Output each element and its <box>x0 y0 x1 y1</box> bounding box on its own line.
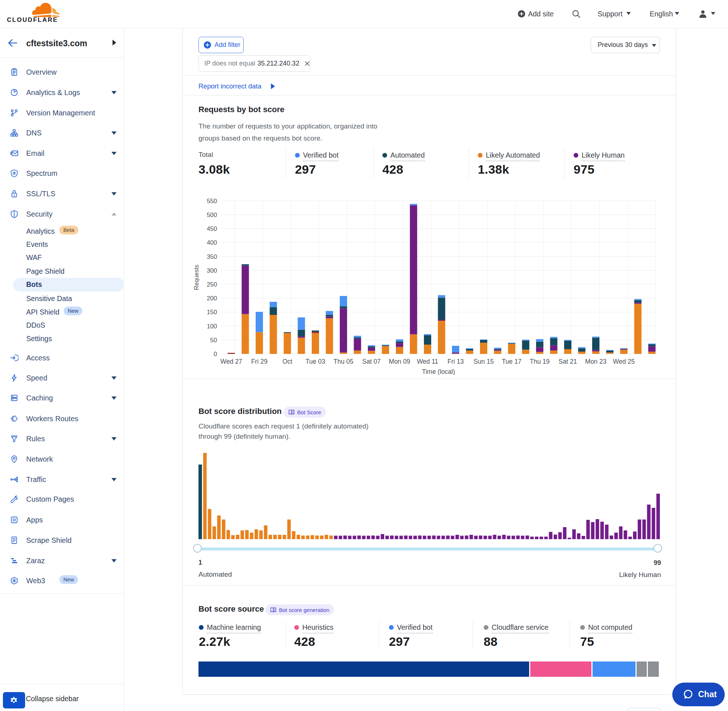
svg-text:500: 500 <box>207 211 217 218</box>
svg-text:Oct: Oct <box>282 358 292 365</box>
svg-text:Fri 29: Fri 29 <box>251 358 268 365</box>
svg-text:100: 100 <box>207 323 217 330</box>
svg-text:0: 0 <box>214 351 217 357</box>
svg-text:Sat 21: Sat 21 <box>559 358 577 365</box>
svg-text:Fri 13: Fri 13 <box>447 358 464 365</box>
svg-text:Thu 05: Thu 05 <box>334 358 353 365</box>
svg-text:Mon 23: Mon 23 <box>585 358 606 365</box>
svg-text:250: 250 <box>207 281 217 288</box>
svg-text:350: 350 <box>207 254 217 260</box>
svg-text:Time (local): Time (local) <box>422 368 455 375</box>
svg-text:50: 50 <box>210 337 217 344</box>
svg-text:Tue 17: Tue 17 <box>502 358 521 365</box>
svg-text:200: 200 <box>207 295 217 302</box>
svg-text:Sat 07: Sat 07 <box>362 358 381 365</box>
svg-text:150: 150 <box>207 309 217 316</box>
svg-text:Wed 25: Wed 25 <box>613 358 635 365</box>
svg-text:Sun 15: Sun 15 <box>473 358 493 365</box>
svg-text:300: 300 <box>207 267 217 274</box>
svg-text:Mon 09: Mon 09 <box>389 358 410 365</box>
svg-text:Thu 19: Thu 19 <box>530 358 549 365</box>
svg-text:400: 400 <box>207 239 217 246</box>
svg-text:Wed 11: Wed 11 <box>417 358 439 365</box>
svg-text:450: 450 <box>207 225 217 232</box>
svg-text:550: 550 <box>207 198 217 205</box>
svg-text:Tue 03: Tue 03 <box>306 358 325 365</box>
svg-text:Wed 27: Wed 27 <box>220 358 242 365</box>
svg-text:Requests: Requests <box>193 265 199 290</box>
